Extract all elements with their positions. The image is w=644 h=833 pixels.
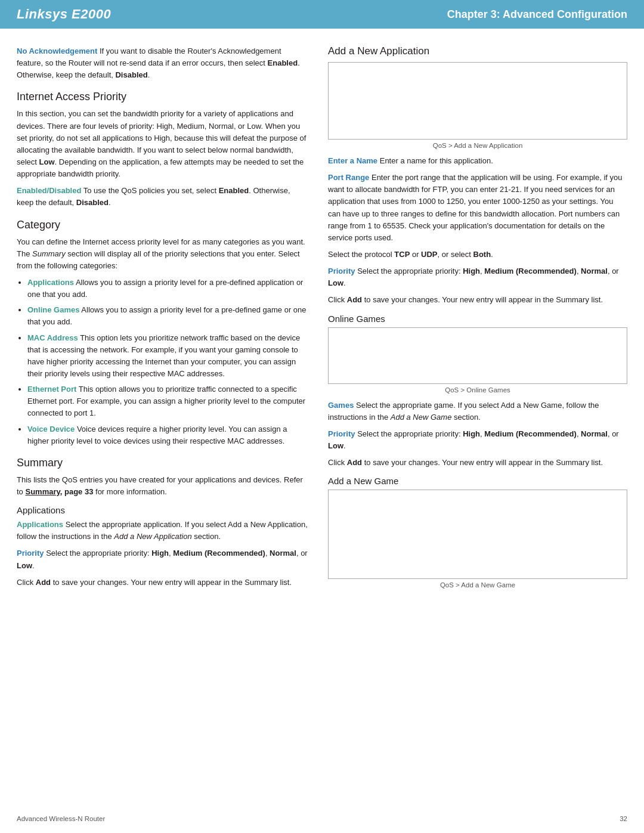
bullet-mac-address: MAC Address This option lets you priorit… [27,332,309,380]
bullet-online-games: Online Games Allows you to assign a prio… [27,304,309,328]
priority-label-left: Priority [17,549,44,558]
enabled-disabled-label: Enabled/Disabled [17,186,81,195]
footer-left: Advanced Wireless-N Router [17,815,105,822]
games-label: Games [328,401,354,410]
enter-name-label: Enter a Name [328,156,377,165]
page-header: Linksys E2000 Chapter 3: Advanced Config… [0,0,644,29]
no-ack-enabled: Enabled [268,58,298,67]
priority-para-right1: Priority Select the appropriate priority… [328,265,627,289]
bullet-applications: Applications Allows you to assign a prio… [27,277,309,301]
main-content: No Acknowledgement If you want to disabl… [0,29,644,611]
category-heading: Category [17,219,309,231]
priority-para-right2: Priority Select the appropriate priority… [328,428,627,452]
no-ack-label: No Acknowledgement [17,47,97,55]
add-new-app-screenshot [328,62,627,140]
protocol-para: Select the protocol TCP or UDP, or selec… [328,249,627,261]
category-body: You can define the Internet access prior… [17,236,309,272]
applications-label: Applications [17,520,63,529]
right-column: Add a New Application QoS > Add a New Ap… [328,45,627,594]
online-games-subheading: Online Games [328,314,627,324]
screenshot-caption-2: QoS > Online Games [328,386,627,394]
enter-name-para: Enter a Name Enter a name for this appli… [328,155,627,167]
category-bullets: Applications Allows you to assign a prio… [27,277,309,447]
bullet-voice-device: Voice Device Voice devices require a hig… [27,423,309,447]
applications-subheading: Applications [17,505,309,515]
port-range-para: Port Range Enter the port range that the… [328,172,627,244]
iap-heading: Internet Access Priority [17,91,309,103]
priority-label-right2: Priority [328,429,355,438]
add-new-game-screenshot [328,490,627,579]
footer-right: 32 [620,815,627,822]
bullet-ethernet-port: Ethernet Port This option allows you to … [27,383,309,419]
enabled-disabled-para: Enabled/Disabled To use the QoS policies… [17,185,309,209]
games-para: Games Select the appropriate game. If yo… [328,400,627,423]
priority-label-right1: Priority [328,267,355,275]
iap-body: In this section, you can set the bandwid… [17,108,309,180]
add-new-game-subheading: Add a New Game [328,476,627,486]
click-add-right1: Click Add to save your changes. Your new… [328,294,627,306]
no-ack-disabled: Disabled [115,70,147,79]
summary-heading: Summary [17,457,309,469]
product-title: Linksys E2000 [17,7,111,22]
screenshot-caption-1: QoS > Add a New Application [328,142,627,149]
summary-body: This lists the QoS entries you have crea… [17,474,309,498]
screenshot-caption-3: QoS > Add a New Game [328,581,627,589]
port-range-label: Port Range [328,173,369,182]
priority-para-left: Priority Select the appropriate priority… [17,547,309,571]
chapter-title: Chapter 3: Advanced Configuration [447,8,627,21]
no-ack-paragraph: No Acknowledgement If you want to disabl… [17,45,309,81]
page-footer: Advanced Wireless-N Router 32 [0,810,644,827]
click-add-left: Click Add to save your changes. Your new… [17,577,309,589]
online-games-screenshot [328,327,627,384]
click-add-right2: Click Add to save your changes. Your new… [328,457,627,469]
applications-para: Applications Select the appropriate appl… [17,519,309,543]
add-new-app-heading: Add a New Application [328,45,627,57]
left-column: No Acknowledgement If you want to disabl… [17,45,309,594]
